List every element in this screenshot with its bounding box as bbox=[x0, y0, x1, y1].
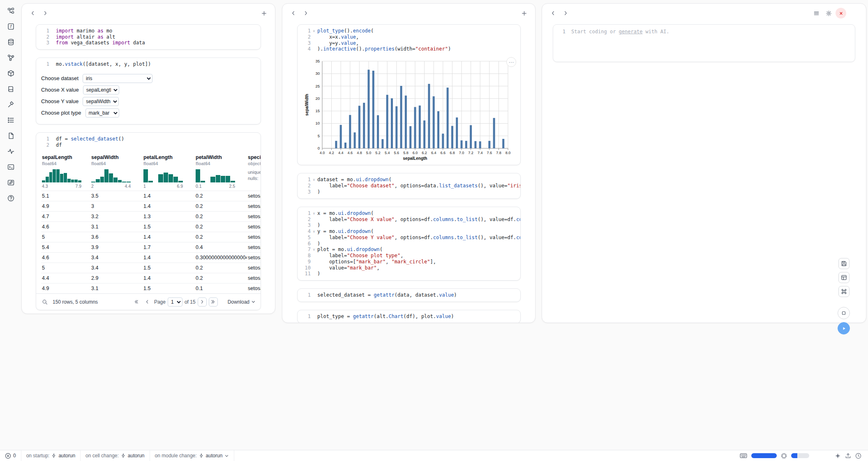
code-editor[interactable]: 1plot_type = getattr(alt.Chart(df), plot… bbox=[298, 310, 520, 323]
line-number: 2 bbox=[39, 142, 49, 148]
line-number: 1 bbox=[300, 210, 311, 217]
snippets-icon[interactable] bbox=[5, 177, 16, 188]
datasets-icon[interactable] bbox=[5, 36, 16, 48]
fold-icon[interactable]: ∨ bbox=[311, 177, 317, 183]
add-cell-button[interactable] bbox=[259, 8, 269, 18]
code-editor[interactable]: 1∨plot_type().encode(2 x=x.value,3 y=y.v… bbox=[298, 25, 520, 55]
packages-icon[interactable] bbox=[5, 67, 16, 79]
table-footer: 150 rows, 5 columns Page 1 of 15 Downloa… bbox=[36, 293, 261, 310]
new-cell-editor[interactable]: 1 Start coding or generate with AI. bbox=[553, 24, 855, 62]
menu-button[interactable] bbox=[811, 8, 822, 18]
run-all-button[interactable] bbox=[838, 322, 850, 334]
cpu-button[interactable] bbox=[781, 453, 787, 459]
next-page-button[interactable] bbox=[198, 297, 207, 307]
code-editor[interactable]: 1df = selected_dataset()2df bbox=[36, 133, 261, 151]
file-explorer-icon[interactable] bbox=[5, 5, 16, 16]
outline-icon[interactable] bbox=[5, 114, 16, 126]
svg-text:f: f bbox=[10, 24, 12, 28]
svg-text:5.8: 5.8 bbox=[403, 151, 409, 155]
error-counter[interactable]: 0 bbox=[0, 450, 21, 461]
utilities-icon[interactable] bbox=[5, 99, 16, 110]
shutdown-button[interactable] bbox=[836, 8, 846, 18]
column-header[interactable]: petalWidthfloat640.12.5 bbox=[195, 151, 247, 191]
altair-chart[interactable]: 051015202530354.04.24.44.64.85.05.25.45.… bbox=[304, 58, 520, 161]
fold-icon[interactable]: ∨ bbox=[311, 247, 317, 253]
on-cell-change-setting[interactable]: on cell change: autorun bbox=[81, 450, 150, 461]
chart-actions-button[interactable]: ⋯ bbox=[506, 57, 516, 67]
first-page-button[interactable] bbox=[132, 297, 141, 307]
prev-page-button[interactable] bbox=[143, 297, 152, 307]
logs-icon[interactable] bbox=[5, 145, 16, 157]
line-number: 9 bbox=[300, 259, 311, 265]
table-row: 53.61.40.2setosa bbox=[41, 232, 261, 242]
save-button[interactable] bbox=[838, 258, 850, 269]
scratchpad-icon[interactable] bbox=[5, 161, 16, 173]
share-button[interactable] bbox=[845, 453, 851, 459]
control-row: Choose Y value sepalWidth bbox=[41, 97, 255, 106]
line-number: 3 bbox=[300, 189, 311, 195]
column-header[interactable]: petalLengthfloat6416.9 bbox=[143, 151, 195, 191]
x-circle-icon bbox=[5, 453, 11, 459]
dataset-select[interactable]: iris bbox=[83, 74, 152, 83]
settings-button[interactable] bbox=[823, 8, 834, 18]
documentation-icon[interactable] bbox=[5, 130, 16, 141]
x-value-select[interactable]: sepalLength bbox=[83, 85, 119, 95]
svg-text:6.2: 6.2 bbox=[422, 151, 427, 155]
keyboard-button[interactable] bbox=[740, 452, 747, 459]
memory-usage-meter bbox=[751, 453, 777, 458]
add-cell-button[interactable] bbox=[519, 8, 529, 18]
prev-column-button[interactable] bbox=[548, 8, 559, 18]
prev-column-button[interactable] bbox=[28, 8, 38, 18]
dependency-graph-icon[interactable] bbox=[5, 52, 16, 63]
bar-chart[interactable]: 051015202530354.04.24.44.64.85.05.25.45.… bbox=[304, 58, 515, 161]
next-column-button[interactable] bbox=[40, 8, 51, 18]
layout-button[interactable] bbox=[838, 272, 850, 283]
prev-column-button[interactable] bbox=[288, 8, 299, 18]
notebook-cell-chart: 1∨plot_type().encode(2 x=x.value,3 y=y.v… bbox=[297, 24, 521, 165]
y-value-select[interactable]: sepalWidth bbox=[83, 97, 119, 106]
svg-text:4.6: 4.6 bbox=[348, 151, 353, 155]
plot-type-select[interactable]: mark_bar bbox=[85, 108, 119, 118]
help-icon[interactable] bbox=[5, 192, 16, 204]
code-editor[interactable]: 1∨dataset = mo.ui.dropdown(2 label="Choo… bbox=[298, 173, 520, 198]
svg-text:8.0: 8.0 bbox=[506, 151, 511, 155]
notebook-icon[interactable] bbox=[5, 83, 16, 95]
history-button[interactable] bbox=[855, 453, 861, 459]
line-number: 1 bbox=[300, 177, 311, 183]
svg-text:5.4: 5.4 bbox=[385, 151, 390, 155]
keyboard-shortcuts-button[interactable] bbox=[838, 286, 850, 297]
chart-output[interactable]: 051015202530354.04.24.44.64.85.05.25.45.… bbox=[298, 55, 520, 165]
svg-text:10: 10 bbox=[315, 121, 320, 126]
command-icon bbox=[841, 288, 847, 295]
dropdown-label: Choose dataset bbox=[41, 75, 78, 81]
fold-icon[interactable]: ∨ bbox=[311, 28, 317, 34]
marimo-file-icon[interactable]: f bbox=[5, 21, 16, 32]
hamburger-icon bbox=[813, 10, 820, 16]
code-editor[interactable]: 1mo.vstack([dataset, x, y, plot]) bbox=[36, 58, 261, 71]
table-row: 4.63.11.50.2setosa bbox=[41, 222, 261, 232]
column-header[interactable]: speciesobjectuniquenulls: bbox=[247, 151, 261, 191]
code-editor[interactable]: 1import marimo as mo2import altair as al… bbox=[36, 25, 261, 49]
on-startup-setting[interactable]: on startup: autorun bbox=[21, 450, 81, 461]
column-histogram bbox=[143, 169, 183, 182]
column-header[interactable]: sepalWidthfloat6424.4 bbox=[90, 151, 143, 191]
scratch-cell-button[interactable] bbox=[838, 307, 850, 319]
on-module-change-setting[interactable]: on module change: autorun bbox=[150, 450, 235, 461]
ai-button[interactable] bbox=[835, 453, 841, 459]
fold-icon[interactable]: ∨ bbox=[311, 210, 317, 217]
last-page-button[interactable] bbox=[209, 297, 218, 307]
column-header[interactable]: sepalLengthfloat644.37.9 bbox=[41, 151, 90, 191]
table-search-button[interactable] bbox=[40, 297, 49, 307]
chevron-down-icon bbox=[224, 454, 229, 458]
code-editor[interactable]: 1∨x = mo.ui.dropdown(2 label="Choose X v… bbox=[298, 207, 520, 281]
download-button[interactable]: Download bbox=[228, 299, 256, 305]
page-select[interactable]: 1 bbox=[168, 297, 182, 307]
dataframe-output: sepalLengthfloat644.37.9sepalWidthfloat6… bbox=[36, 151, 261, 294]
generate-with-ai-link[interactable]: generate bbox=[619, 29, 643, 35]
svg-text:sepalWidth: sepalWidth bbox=[305, 94, 309, 115]
code-editor[interactable]: 1selected_dataset = getattr(data, datase… bbox=[298, 289, 520, 302]
next-column-button[interactable] bbox=[560, 8, 571, 18]
chip-icon bbox=[781, 453, 787, 459]
fold-icon[interactable]: ∨ bbox=[311, 228, 317, 235]
next-column-button[interactable] bbox=[300, 8, 311, 18]
